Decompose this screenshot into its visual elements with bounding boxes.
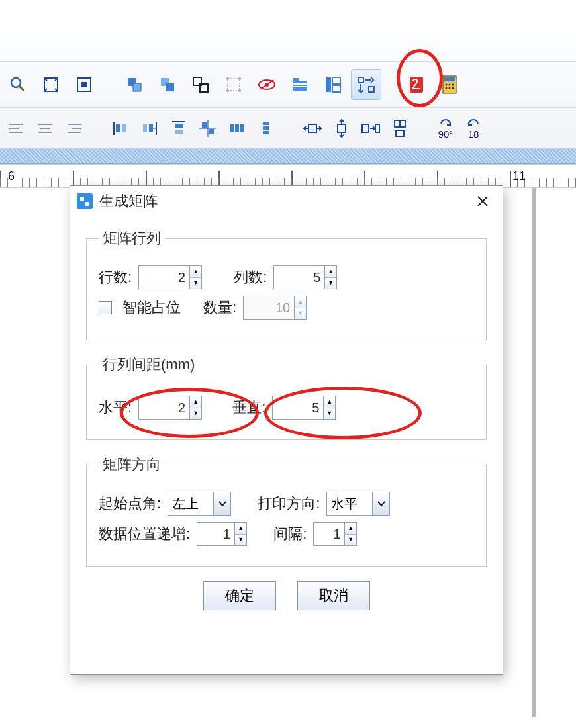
distribute-v-icon[interactable]	[166, 115, 192, 142]
interval-up[interactable]: ▲	[345, 523, 356, 535]
svg-rect-65	[309, 124, 316, 132]
cancel-button[interactable]: 取消	[297, 581, 370, 610]
start-value[interactable]	[168, 492, 214, 516]
svg-point-0	[11, 78, 21, 87]
qty-input	[243, 296, 295, 320]
cols-input[interactable]	[273, 265, 325, 289]
paper-edge	[532, 188, 536, 717]
start-dropdown-icon[interactable]	[214, 492, 231, 516]
folder-icon[interactable]	[285, 69, 315, 100]
qty-up: ▲	[295, 296, 306, 308]
rows-spinner[interactable]: ▲▼	[138, 265, 202, 289]
layout-icon[interactable]	[318, 69, 348, 100]
eye-icon[interactable]	[252, 69, 282, 100]
smart-checkbox[interactable]	[99, 301, 112, 314]
generate-matrix-dialog: 生成矩阵 矩阵行列 行数: ▲▼ 列数: ▲▼	[70, 185, 503, 675]
rotate-18-button[interactable]: 18	[461, 116, 486, 140]
vspace-label: 垂直:	[232, 398, 265, 418]
ok-button[interactable]: 确定	[203, 581, 276, 610]
vspace-up[interactable]: ▲	[324, 396, 335, 408]
svg-rect-61	[240, 124, 244, 132]
svg-rect-60	[235, 124, 239, 132]
interval-input[interactable]	[313, 522, 345, 546]
rotate-90-button[interactable]: 90°	[433, 116, 458, 140]
svg-rect-25	[332, 85, 340, 92]
distribute-eq2-icon[interactable]	[253, 115, 279, 142]
incr-spinner[interactable]: ▲▼	[197, 522, 247, 546]
print-select[interactable]	[326, 492, 390, 516]
cols-spinner[interactable]: ▲▼	[273, 265, 337, 289]
vspace-input[interactable]	[272, 396, 324, 420]
interval-down[interactable]: ▼	[345, 535, 356, 546]
incr-up[interactable]: ▲	[235, 523, 246, 535]
center-v-icon[interactable]	[328, 115, 355, 142]
rows-input[interactable]	[138, 265, 190, 289]
dialog-title: 生成矩阵	[99, 191, 158, 211]
hspace-spinner[interactable]: ▲▼	[138, 396, 202, 420]
svg-rect-68	[375, 124, 379, 132]
group-direction-legend: 矩阵方向	[99, 455, 165, 475]
same-width-icon[interactable]	[358, 115, 384, 142]
matrix-icon[interactable]	[351, 69, 381, 100]
align-right-lines-icon[interactable]	[61, 115, 87, 142]
incr-down[interactable]: ▼	[235, 535, 246, 546]
svg-rect-59	[230, 124, 234, 132]
hspace-down[interactable]: ▼	[190, 408, 201, 420]
copy-icon[interactable]	[119, 69, 150, 100]
rows-down[interactable]: ▼	[190, 278, 201, 289]
center-h-icon[interactable]	[299, 115, 326, 142]
qty-down: ▼	[295, 308, 306, 320]
svg-rect-72	[80, 197, 84, 201]
print-label: 打印方向:	[258, 494, 320, 514]
svg-rect-26	[358, 77, 363, 83]
hspace-input[interactable]	[138, 396, 190, 420]
transform-icon[interactable]	[218, 69, 249, 100]
same-height-icon[interactable]	[387, 115, 413, 142]
svg-rect-21	[293, 83, 307, 85]
cols-up[interactable]: ▲	[325, 266, 336, 278]
ruler: 6 11	[0, 164, 576, 188]
distribute-h2-icon[interactable]	[136, 115, 163, 142]
pdf-icon[interactable]	[401, 69, 432, 100]
ruler-mark-6: 6	[8, 169, 15, 183]
svg-line-1	[19, 86, 24, 91]
distribute-h-icon[interactable]	[107, 115, 134, 142]
svg-rect-30	[444, 77, 455, 81]
magnifier-icon[interactable]	[3, 69, 33, 100]
hspace-label: 水平:	[99, 398, 132, 418]
cols-label: 列数:	[234, 267, 267, 287]
separator-bar	[0, 148, 576, 164]
vspace-spinner[interactable]: ▲▼	[272, 396, 336, 420]
print-dropdown-icon[interactable]	[373, 492, 390, 516]
svg-point-32	[449, 83, 451, 85]
svg-rect-73	[85, 202, 89, 206]
align-center-lines-icon[interactable]	[32, 115, 58, 142]
dialog-titlebar[interactable]: 生成矩阵	[70, 186, 503, 216]
qty-spinner: ▲▼	[243, 296, 307, 320]
distribute-eq-icon[interactable]	[224, 115, 250, 142]
cols-down[interactable]: ▼	[325, 278, 336, 289]
align-left-lines-icon[interactable]	[3, 115, 29, 142]
svg-rect-53	[175, 124, 183, 128]
start-label: 起始点角:	[99, 494, 161, 514]
group-icon[interactable]	[185, 69, 216, 100]
print-value[interactable]	[326, 492, 373, 516]
distribute-center-icon[interactable]	[195, 115, 221, 142]
paste-icon[interactable]	[152, 69, 183, 100]
svg-rect-66	[338, 124, 346, 132]
svg-rect-62	[263, 122, 269, 125]
vspace-down[interactable]: ▼	[324, 408, 335, 420]
grid-expand-icon[interactable]	[36, 69, 66, 100]
svg-point-33	[452, 83, 454, 85]
close-button[interactable]	[469, 188, 496, 214]
svg-point-12	[226, 77, 229, 80]
rows-up[interactable]: ▲	[190, 266, 201, 278]
grid-target-icon[interactable]	[69, 69, 99, 100]
rotate-18-label: 18	[468, 128, 479, 140]
calculator-icon[interactable]	[434, 69, 465, 100]
start-select[interactable]	[168, 492, 231, 516]
incr-input[interactable]	[197, 522, 235, 546]
svg-rect-24	[332, 77, 340, 84]
hspace-up[interactable]: ▲	[190, 396, 201, 408]
interval-spinner[interactable]: ▲▼	[313, 522, 357, 546]
